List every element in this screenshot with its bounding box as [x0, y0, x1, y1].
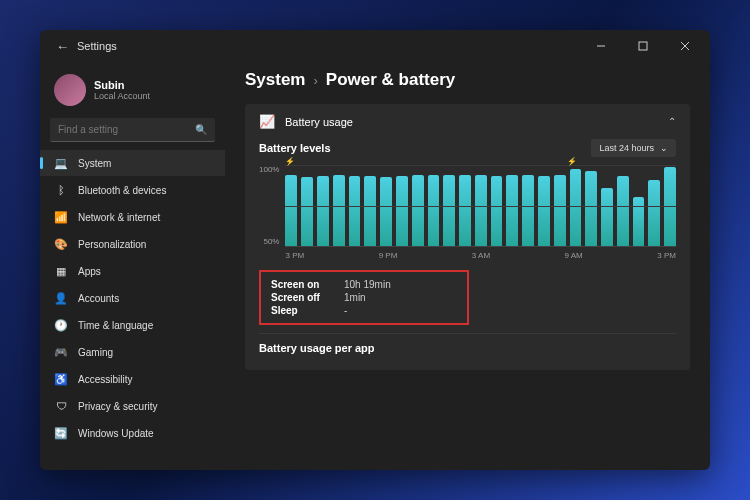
nav-label: System [78, 158, 111, 169]
bar[interactable] [617, 176, 629, 246]
bar[interactable] [648, 180, 660, 246]
sidebar: Subin Local Account 🔍 💻SystemᛒBluetooth … [40, 62, 225, 470]
bar[interactable] [601, 188, 613, 246]
sidebar-item-windows-update[interactable]: 🔄Windows Update [40, 420, 225, 446]
nav-label: Bluetooth & devices [78, 185, 166, 196]
x-tick: 9 AM [565, 251, 583, 260]
nav-icon: ᛒ [54, 183, 68, 197]
nav-icon: 🎨 [54, 237, 68, 251]
avatar [54, 74, 86, 106]
back-icon[interactable]: ← [56, 39, 69, 54]
x-tick: 3 PM [285, 251, 304, 260]
nav-icon: 🛡 [54, 399, 68, 413]
bar[interactable] [475, 175, 487, 246]
user-name: Subin [94, 79, 150, 91]
content-area: System › Power & battery 📈 Battery usage… [225, 62, 710, 470]
sidebar-item-privacy-security[interactable]: 🛡Privacy & security [40, 393, 225, 419]
bar[interactable] [317, 176, 329, 246]
breadcrumb-current: Power & battery [326, 70, 455, 90]
user-subtitle: Local Account [94, 91, 150, 101]
sidebar-item-time-language[interactable]: 🕐Time & language [40, 312, 225, 338]
bar[interactable] [428, 175, 440, 246]
stat-row: Screen off1min [271, 291, 457, 304]
bar[interactable] [585, 171, 597, 246]
sidebar-item-bluetooth-devices[interactable]: ᛒBluetooth & devices [40, 177, 225, 203]
stat-row: Sleep- [271, 304, 457, 317]
dropdown-value: Last 24 hours [599, 143, 654, 153]
x-tick: 9 PM [379, 251, 398, 260]
stat-value: - [344, 305, 347, 316]
stat-label: Sleep [271, 305, 326, 316]
nav-label: Accounts [78, 293, 119, 304]
close-button[interactable] [664, 30, 706, 62]
nav-label: Accessibility [78, 374, 132, 385]
bar[interactable] [333, 175, 345, 246]
bar[interactable] [380, 177, 392, 246]
nav-icon: ▦ [54, 264, 68, 278]
nav-icon: 👤 [54, 291, 68, 305]
bar[interactable] [538, 176, 550, 246]
maximize-button[interactable] [622, 30, 664, 62]
bar[interactable] [491, 176, 503, 246]
sidebar-item-accounts[interactable]: 👤Accounts [40, 285, 225, 311]
nav-icon: ♿ [54, 372, 68, 386]
nav-icon: 🔄 [54, 426, 68, 440]
bar[interactable] [570, 169, 582, 246]
user-profile[interactable]: Subin Local Account [40, 66, 225, 118]
chart-title: Battery levels [259, 142, 331, 154]
bar[interactable] [443, 175, 455, 246]
x-tick: 3 AM [472, 251, 490, 260]
nav-icon: 📶 [54, 210, 68, 224]
stat-label: Screen off [271, 292, 326, 303]
stat-value: 1min [344, 292, 366, 303]
search-icon: 🔍 [195, 124, 207, 135]
sidebar-item-network-internet[interactable]: 📶Network & internet [40, 204, 225, 230]
y-tick: 50% [259, 237, 279, 246]
breadcrumb: System › Power & battery [245, 70, 690, 90]
nav-label: Apps [78, 266, 101, 277]
stat-row: Screen on10h 19min [271, 278, 457, 291]
settings-window: ← Settings Subin Local Account 🔍 💻System… [40, 30, 710, 470]
titlebar: ← Settings [40, 30, 710, 62]
chevron-down-icon: ⌄ [660, 143, 668, 153]
nav-icon: 🕐 [54, 318, 68, 332]
breadcrumb-parent[interactable]: System [245, 70, 305, 90]
svg-rect-1 [639, 42, 647, 50]
chevron-right-icon: › [313, 73, 317, 88]
battery-chart: 100%50% ⚡⚡ 3 PM9 PM3 AM9 AM3 PM [259, 165, 676, 260]
minimize-button[interactable] [580, 30, 622, 62]
y-tick: 100% [259, 165, 279, 174]
bar[interactable] [364, 176, 376, 246]
card-header[interactable]: 📈 Battery usage ⌃ [245, 104, 690, 139]
nav-icon: 🎮 [54, 345, 68, 359]
charging-icon: ⚡ [567, 157, 577, 166]
bar[interactable] [554, 175, 566, 246]
bar[interactable] [506, 175, 518, 246]
nav-list: 💻SystemᛒBluetooth & devices📶Network & in… [40, 150, 225, 446]
sidebar-item-gaming[interactable]: 🎮Gaming [40, 339, 225, 365]
sidebar-item-accessibility[interactable]: ♿Accessibility [40, 366, 225, 392]
search-input[interactable] [58, 124, 195, 135]
section-title: Battery usage per app [259, 333, 676, 358]
bar[interactable] [349, 176, 361, 246]
nav-icon: 💻 [54, 156, 68, 170]
battery-usage-card: 📈 Battery usage ⌃ Battery levels Last 24… [245, 104, 690, 370]
bar[interactable] [301, 177, 313, 246]
bar[interactable] [522, 175, 534, 246]
sidebar-item-personalization[interactable]: 🎨Personalization [40, 231, 225, 257]
nav-label: Time & language [78, 320, 153, 331]
bar[interactable] [412, 175, 424, 246]
sidebar-item-apps[interactable]: ▦Apps [40, 258, 225, 284]
timerange-dropdown[interactable]: Last 24 hours ⌄ [591, 139, 676, 157]
nav-label: Windows Update [78, 428, 154, 439]
search-box[interactable]: 🔍 [50, 118, 215, 142]
bar[interactable] [396, 176, 408, 246]
charging-icon: ⚡ [285, 157, 295, 166]
chart-icon: 📈 [259, 114, 275, 129]
bar[interactable] [285, 175, 297, 246]
bar[interactable] [459, 175, 471, 246]
card-title: Battery usage [285, 116, 658, 128]
screen-time-stats: Screen on10h 19minScreen off1minSleep- [259, 270, 469, 325]
nav-label: Network & internet [78, 212, 160, 223]
sidebar-item-system[interactable]: 💻System [40, 150, 225, 176]
